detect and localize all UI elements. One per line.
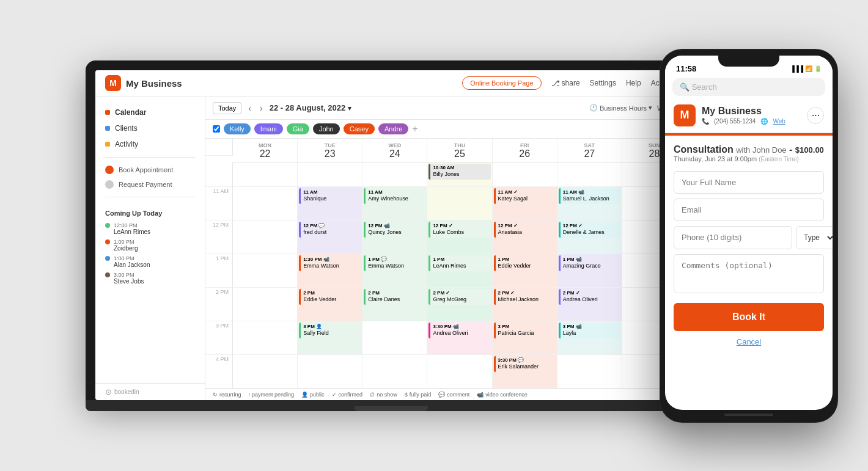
cell-wed-11am[interactable]: 11 AM Amy Winehouse <box>362 187 427 221</box>
appt-sally-field[interactable]: 3 PM 👤 Sally Field <box>299 323 361 338</box>
phone-search-bar[interactable]: 🔍 Search <box>672 78 825 96</box>
full-name-input[interactable] <box>674 171 824 194</box>
appt-layla[interactable]: 3 PM 📹 Layla <box>559 323 620 338</box>
add-staff-button[interactable]: + <box>412 123 417 134</box>
appt-eddie-vedder-fri[interactable]: 1 PM Eddie Vedder <box>494 255 556 271</box>
appt-denelle-james[interactable]: 12 PM ✓ Denelle & James <box>559 222 620 238</box>
cell-fri-11am[interactable]: 11 AM ✓ Katey Sagal <box>493 187 557 221</box>
time-slot-11am: 11 AM <box>205 187 233 221</box>
appt-eddie-vedder-tue[interactable]: 2 PM Eddie Vedder <box>299 289 361 305</box>
cancel-button[interactable]: Cancel <box>674 337 824 346</box>
staff-tag-andre[interactable]: Andre <box>378 123 408 134</box>
appt-leann-rimes-thu[interactable]: 1 PM LeAnn Rimes <box>428 255 490 271</box>
cell-fri-12pm[interactable]: 12 PM ✓ Anastasia <box>493 221 557 254</box>
cell-fri-3pm[interactable]: 3 PM Patricia Garcia <box>493 321 557 355</box>
cell-tue-pre[interactable] <box>298 162 362 187</box>
share-link[interactable]: ⎇ share <box>551 79 580 87</box>
cell-sat-1pm[interactable]: 1 PM 📹 Amazing Grace <box>557 254 622 288</box>
sidebar-item-activity[interactable]: Activity <box>95 136 205 152</box>
cell-sat-4pm[interactable] <box>557 355 622 389</box>
appt-emma-watson-wed[interactable]: 1 PM 💬 Emma Watson <box>364 255 425 271</box>
book-it-button[interactable]: Book It <box>674 303 824 331</box>
cell-wed-12pm[interactable]: 12 PM 📹 Quincy Jones <box>362 221 427 254</box>
cell-thu-11am[interactable] <box>427 187 492 221</box>
cell-wed-2pm[interactable]: 2 PM Claire Danes <box>362 288 427 321</box>
cell-thu-12pm[interactable]: 12 PM ✓ Luke Combs <box>427 221 492 254</box>
chevron-down-icon: ▾ <box>649 104 652 112</box>
cell-mon-12pm[interactable] <box>233 221 298 254</box>
biz-settings-button[interactable]: ⋯ <box>807 107 824 124</box>
next-arrow[interactable]: › <box>258 103 265 113</box>
cell-tue-3pm[interactable]: 3 PM 👤 Sally Field <box>298 321 362 355</box>
cell-wed-3pm[interactable] <box>362 321 427 355</box>
cell-tue-4pm[interactable] <box>298 355 362 389</box>
booking-page-button[interactable]: Online Booking Page <box>462 76 541 90</box>
appt-amazing-grace[interactable]: 1 PM 📹 Amazing Grace <box>559 255 620 271</box>
cell-wed-pre[interactable] <box>362 162 427 187</box>
staff-all-checkbox[interactable] <box>213 125 220 133</box>
cell-fri-4pm[interactable]: 3:30 PM 💬 Erik Salamander <box>493 355 557 389</box>
today-button[interactable]: Today <box>213 102 241 114</box>
cell-sat-11am[interactable]: 11 AM 📹 Samuel L. Jackson <box>557 187 622 221</box>
business-hours-button[interactable]: 🕐 Business Hours ▾ <box>589 104 652 112</box>
cell-mon-11am[interactable] <box>233 187 298 221</box>
cell-sat-2pm[interactable]: 2 PM ✓ Andrea Oliveri <box>557 288 622 321</box>
phone-type-select[interactable]: Type <box>796 226 833 249</box>
cell-tue-2pm[interactable]: 2 PM Eddie Vedder <box>298 288 362 321</box>
staff-tag-john[interactable]: John <box>313 123 340 134</box>
settings-link[interactable]: Settings <box>590 79 616 87</box>
cell-mon-2pm[interactable] <box>233 288 298 321</box>
cell-thu-1pm[interactable]: 1 PM LeAnn Rimes <box>427 254 492 288</box>
cell-mon-4pm[interactable] <box>233 355 298 389</box>
cell-fri-2pm[interactable]: 2 PM ✓ Michael Jackson <box>493 288 557 321</box>
appt-anastasia[interactable]: 12 PM ✓ Anastasia <box>494 222 556 238</box>
cell-thu-2pm[interactable]: 2 PM ✓ Greg McGreg <box>427 288 492 321</box>
appt-shanique[interactable]: 11 AM Shanique <box>299 188 361 204</box>
cell-thu-3pm[interactable]: 3:30 PM 📹 Andrea Oliveri <box>427 321 492 355</box>
cell-tue-12pm[interactable]: 12 PM 💬 fred durst <box>298 221 362 254</box>
appt-samuel-jackson[interactable]: 11 AM 📹 Samuel L. Jackson <box>559 188 620 204</box>
appt-erik-salamander[interactable]: 3:30 PM 💬 Erik Salamander <box>494 356 556 372</box>
cell-sat-pre[interactable] <box>557 162 622 187</box>
cell-thu-4pm[interactable] <box>427 355 492 389</box>
help-link[interactable]: Help <box>626 79 641 87</box>
appt-andrea-oliveri-thu[interactable]: 3:30 PM 📹 Andrea Oliveri <box>428 323 490 338</box>
appt-fred-durst[interactable]: 12 PM 💬 fred durst <box>299 222 361 238</box>
appt-billy-jones[interactable]: 10:30 AM Billy Jones <box>428 164 490 180</box>
comments-input[interactable] <box>674 254 824 293</box>
staff-tag-kelly[interactable]: Kelly <box>224 123 251 134</box>
cell-tue-11am[interactable]: 11 AM Shanique <box>298 187 362 221</box>
staff-tag-gia[interactable]: Gia <box>287 123 309 134</box>
appt-quincy-jones[interactable]: 12 PM 📹 Quincy Jones <box>364 222 425 238</box>
cell-tue-1pm[interactable]: 1:30 PM 📹 Emma Watson <box>298 254 362 288</box>
cell-sat-12pm[interactable]: 12 PM ✓ Denelle & James <box>557 221 622 254</box>
cell-fri-1pm[interactable]: 1 PM Eddie Vedder <box>493 254 557 288</box>
cell-wed-1pm[interactable]: 1 PM 💬 Emma Watson <box>362 254 427 288</box>
appt-greg-mcgreg[interactable]: 2 PM ✓ Greg McGreg <box>428 289 490 305</box>
email-input[interactable] <box>674 199 824 221</box>
cell-thu-pre[interactable]: 10:30 AM Billy Jones <box>427 162 492 187</box>
laptop-base <box>86 400 697 411</box>
staff-tag-imani[interactable]: Imani <box>254 123 283 134</box>
cell-wed-4pm[interactable] <box>362 355 427 389</box>
phone-input[interactable] <box>674 226 792 249</box>
cell-fri-pre[interactable] <box>493 162 557 187</box>
cell-mon-pre[interactable] <box>233 162 298 187</box>
sidebar-item-clients[interactable]: Clients <box>95 120 205 136</box>
appt-patricia-garcia[interactable]: 3 PM Patricia Garcia <box>494 323 556 338</box>
sidebar-item-calendar[interactable]: Calendar <box>95 104 205 120</box>
cell-mon-1pm[interactable] <box>233 254 298 288</box>
prev-arrow[interactable]: ‹ <box>246 103 253 113</box>
appt-katey-sagal[interactable]: 11 AM ✓ Katey Sagal <box>494 188 556 204</box>
appt-claire-danes[interactable]: 2 PM Claire Danes <box>364 289 425 305</box>
request-payment-action[interactable]: Request Payment <box>95 177 205 192</box>
appt-andrea-oliveri-sat[interactable]: 2 PM ✓ Andrea Oliveri <box>559 289 620 305</box>
appt-luke-combs[interactable]: 12 PM ✓ Luke Combs <box>428 222 490 238</box>
appt-michael-jackson[interactable]: 2 PM ✓ Michael Jackson <box>494 289 556 305</box>
cell-mon-3pm[interactable] <box>233 321 298 355</box>
cell-sat-3pm[interactable]: 3 PM 📹 Layla <box>557 321 622 355</box>
staff-tag-casey[interactable]: Casey <box>344 123 375 134</box>
appt-amy-winehouse[interactable]: 11 AM Amy Winehouse <box>364 188 425 204</box>
appt-emma-watson-tue[interactable]: 1:30 PM 📹 Emma Watson <box>299 255 361 271</box>
book-appointment-action[interactable]: Book Appointment <box>95 162 205 177</box>
